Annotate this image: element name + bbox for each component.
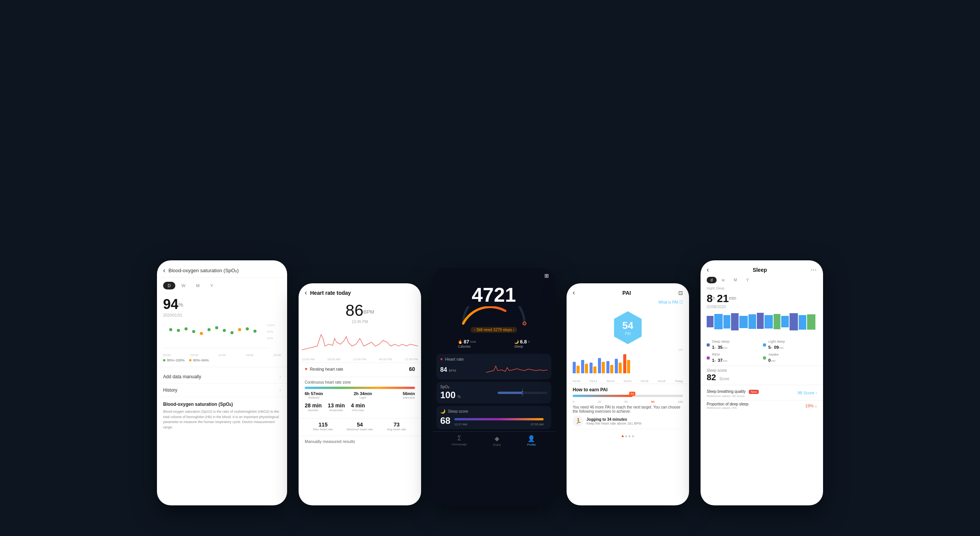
svg-point-11 (253, 330, 256, 333)
phone3-hr-value: 84 (440, 366, 447, 373)
svg-rect-26 (764, 315, 773, 328)
phone1-legend-normal: 95%~100% (163, 358, 185, 362)
phone-pai: ‹ PAI ⊡ What is PAI ⓘ 54 PAI 100 (567, 283, 689, 505)
phone4-pai-value: 54 (622, 320, 634, 332)
phone1-back-button[interactable]: ‹ (163, 266, 165, 275)
phone5-breathing-value[interactable]: 98 Score › (797, 391, 817, 395)
svg-point-9 (238, 328, 241, 331)
svg-rect-25 (757, 313, 764, 329)
svg-rect-27 (774, 314, 781, 329)
svg-point-8 (230, 331, 234, 334)
phone5-title: Sleep (753, 267, 767, 273)
phone1-spo2-value: 94 (163, 296, 178, 312)
phone1-title: Blood-oxygen saturation (SpO₂) (168, 268, 238, 273)
svg-point-3 (192, 330, 195, 333)
phone4-target-text: You need 46 more PAI to reach the next t… (573, 405, 683, 413)
phone4-back-button[interactable]: ‹ (573, 289, 575, 297)
svg-point-10 (246, 327, 249, 330)
phone1-history-button[interactable]: History › (157, 384, 287, 397)
svg-point-7 (223, 329, 226, 332)
phone2-zone-title: Continuous heart rate zone (305, 380, 415, 384)
phone5-minutes: 21 (717, 293, 729, 304)
phone1-tab-w[interactable]: W (177, 282, 190, 289)
phone2-max-hr: 115 Max heart rate (305, 422, 341, 431)
phone3-nav-profile[interactable]: 👤 Profile (527, 435, 536, 446)
phone1-x-axis: 00:00 05:00 12:00 18:00 23:00 (157, 353, 287, 357)
phone3-steps-remaining: ↑ Still need 3279 steps › (470, 327, 518, 333)
phone5-proportion-value[interactable]: 19% ↓ (805, 404, 817, 408)
phone5-tab-m[interactable]: M (730, 277, 741, 283)
phone4-expand-button[interactable]: ⊡ (678, 290, 683, 296)
svg-rect-24 (748, 314, 756, 329)
svg-rect-19 (707, 316, 714, 327)
phone4-bar-max: 100 (678, 348, 683, 351)
svg-rect-29 (789, 313, 798, 330)
phone5-deep-sleep: Deep sleep 1h 35min (707, 340, 761, 350)
svg-point-5 (207, 328, 211, 331)
svg-point-2 (185, 327, 188, 330)
phone2-manual-label: Manually measured results (299, 436, 421, 447)
phone2-aerobic: 28 min Aerobic (305, 402, 322, 412)
phone3-steps-value: 4721 (433, 283, 555, 306)
svg-rect-22 (731, 313, 739, 330)
phone-sleep: ‹ Sleep ··· d w M Y Night Sleep 8h 21min… (701, 260, 823, 505)
phone4-dot-2[interactable] (625, 435, 627, 437)
phone5-hours-unit: h (713, 296, 715, 301)
phone2-anaerobic: 13 min Anaerobic (328, 402, 345, 412)
phone2-back-button[interactable]: ‹ (305, 289, 307, 297)
phone3-hr-label: Heart rate (445, 357, 464, 361)
phone3-calories: 🔥 87 kcal Calories (458, 339, 476, 348)
phone5-tab-d[interactable]: d (707, 277, 717, 283)
phone4-what-link[interactable]: What is PAI ⓘ (567, 300, 689, 307)
phone4-dot-1[interactable] (622, 435, 624, 437)
phone1-desc-text: Blood-oxygen saturation (SpO2) is the ra… (163, 409, 281, 430)
phone5-date: 02/08/2020 (707, 305, 817, 309)
phone1-tab-d[interactable]: D (163, 282, 175, 289)
svg-rect-28 (781, 316, 789, 327)
phone1-tab-y[interactable]: Y (206, 282, 218, 289)
phone1-date: 2020/01/01 (163, 313, 281, 317)
phone2-bpm-time: 10:45 PM (305, 320, 415, 324)
phone1-add-data-button[interactable]: Add data manually › (157, 370, 287, 384)
phone1-tab-m[interactable]: M (191, 282, 204, 289)
phone5-proportion-sub: Reference values ›5% (707, 406, 748, 410)
phone4-dot-3[interactable] (629, 435, 630, 437)
phone3-nav-homepage[interactable]: Σ Homepage (452, 435, 467, 446)
phone4-dot-4[interactable] (632, 435, 634, 437)
phone1-legend-low: 80%~84% (189, 358, 209, 362)
phone3-expand-button[interactable]: ⊞ (544, 273, 549, 279)
phone3-sleep: 🌙 6.8 h Sleep (514, 339, 530, 348)
phone2-zone-bar (305, 387, 415, 389)
phone5-proportion-label: Proportion of deep sleep (707, 402, 748, 406)
svg-rect-31 (807, 314, 815, 330)
phone5-breathing-label: Sleep breathing quality (707, 389, 746, 394)
phone2-resting-value: 60 (409, 366, 415, 372)
phone5-score-label: Sleep score (707, 368, 817, 373)
phone4-title: PAI (622, 290, 631, 296)
phone3-spo2-section: SpO₂ 100 % (436, 382, 551, 404)
svg-point-4 (200, 332, 203, 335)
phone2-heart-icon: ♥ (305, 366, 307, 372)
phone4-how-title: How to earn PAI (573, 387, 683, 392)
svg-point-0 (169, 328, 172, 331)
svg-rect-17 (498, 392, 523, 394)
svg-rect-21 (724, 315, 730, 328)
phone3-nav-enjoy[interactable]: ◆ Enjoy (493, 435, 501, 446)
phone2-bpm-value: 86 (346, 301, 364, 319)
phone2-vo2max: 4 min VO₂ max (351, 402, 365, 412)
phone-blood-oxygen: ‹ Blood-oxygen saturation (SpO₂) D W M Y… (157, 260, 287, 505)
phone5-back-button[interactable]: ‹ (707, 266, 709, 274)
phone5-awake: Awake 0min (763, 353, 817, 363)
phone5-minutes-unit: min (729, 296, 736, 301)
phone5-tab-w[interactable]: w (718, 277, 728, 283)
phone2-bpm-unit: BPM (363, 309, 374, 315)
phone1-add-arrow: › (279, 374, 281, 379)
phone5-hours: 8 (707, 293, 713, 304)
phone1-desc-title: Blood-oxygen saturation (SpO₂) (163, 402, 281, 407)
svg-rect-20 (714, 314, 723, 329)
phone1-chart: 100% 90% 80% (157, 319, 287, 353)
phone5-more-button[interactable]: ··· (811, 266, 817, 273)
phone5-tab-y[interactable]: Y (742, 277, 753, 283)
phone5-score-unit: Score (719, 377, 729, 381)
phone5-score-value: 82 (707, 373, 716, 382)
